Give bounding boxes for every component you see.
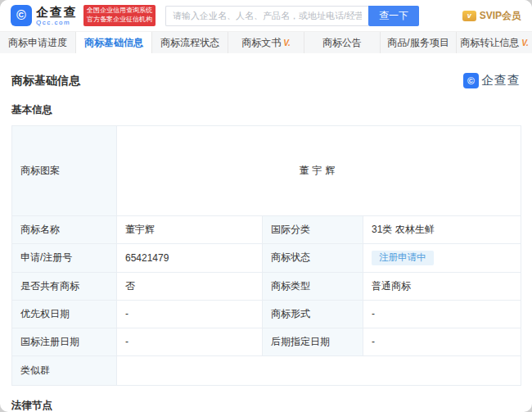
field-value: 注册申请中 xyxy=(363,244,521,273)
field-value: - xyxy=(363,300,521,328)
field-value: 65421479 xyxy=(117,244,263,273)
field-label: 是否共有商标 xyxy=(12,272,117,300)
qcc-logo[interactable]: © 企查查 Qcc.com xyxy=(11,5,78,26)
qcc-logo-icon: © xyxy=(11,5,32,26)
main-content: 商标基础信息 © 企查查 基本信息 商标图案 董宇辉 商标名称 董宇辉 国际分类… xyxy=(0,53,532,412)
watermark-logo-icon: © xyxy=(463,73,479,88)
field-label: 国际分类 xyxy=(263,216,363,244)
field-label: 商标类型 xyxy=(263,272,363,300)
vip-crown-icon: v xyxy=(462,11,476,21)
tab-goods-services[interactable]: 商品/服务项目 xyxy=(381,32,457,53)
svip-membership[interactable]: v SVIP会员 xyxy=(462,9,521,23)
search-bar: 查一下 xyxy=(165,6,419,26)
table-row: 商标图案 董宇辉 xyxy=(12,126,521,216)
table-row: 国标注册日期 - 后期指定日期 - xyxy=(12,328,521,355)
field-label: 商标形式 xyxy=(263,300,363,328)
field-value: - xyxy=(363,328,521,355)
tab-basic-info[interactable]: 商标基础信息 xyxy=(76,32,152,53)
field-label: 商标图案 xyxy=(12,126,117,216)
field-value: - xyxy=(117,328,263,355)
qcc-watermark: © 企查查 xyxy=(463,73,521,88)
table-row: 商标名称 董宇辉 国际分类 31类 农林生鲜 xyxy=(12,216,521,244)
field-label: 国标注册日期 xyxy=(12,328,117,355)
field-value: 31类 农林生鲜 xyxy=(363,216,521,244)
trademark-tabbar: 商标申请进度 商标基础信息 商标流程状态 商标文书 V. 商标公告 商品/服务项… xyxy=(0,31,532,53)
basic-info-heading: 基本信息 xyxy=(11,103,521,117)
tab-documents[interactable]: 商标文书 V. xyxy=(228,32,304,53)
tab-transfer-info[interactable]: 商标转让信息 V. xyxy=(457,32,532,53)
basic-info-table: 商标图案 董宇辉 商标名称 董宇辉 国际分类 31类 农林生鲜 申请/注册号 6… xyxy=(11,125,521,386)
credential-line-1: 全国企业信用查询系统 xyxy=(87,7,152,16)
field-label: 申请/注册号 xyxy=(12,244,117,273)
field-label: 类似群 xyxy=(12,355,117,385)
legal-node-heading: 法律节点 xyxy=(11,399,521,412)
table-row: 类似群 xyxy=(12,355,521,385)
tab-announcements[interactable]: 商标公告 xyxy=(304,32,381,53)
field-value: 否 xyxy=(117,272,263,300)
trademark-image: 董宇辉 xyxy=(117,126,521,216)
tab-application-progress[interactable]: 商标申请进度 xyxy=(0,32,76,53)
official-credential-badge: 全国企业信用查询系统 官方备案企业征信机构 xyxy=(83,5,156,26)
vip-v-icon: V. xyxy=(521,38,529,48)
watermark-text: 企查查 xyxy=(481,73,521,88)
page-card: © 企查查 Qcc.com 全国企业信用查询系统 官方备案企业征信机构 查一下 … xyxy=(0,0,532,412)
table-row: 优先权日期 - 商标形式 - xyxy=(12,300,521,328)
page-title: 商标基础信息 xyxy=(11,74,80,88)
tab-process-status[interactable]: 商标流程状态 xyxy=(152,32,228,53)
search-input[interactable] xyxy=(165,6,368,26)
qcc-brand-name: 企查查 xyxy=(36,6,78,18)
field-label: 商标状态 xyxy=(263,244,363,273)
field-value: 普通商标 xyxy=(363,272,521,300)
credential-line-2: 官方备案企业征信机构 xyxy=(87,16,152,25)
search-button[interactable]: 查一下 xyxy=(368,6,419,26)
field-value: 董宇辉 xyxy=(117,216,263,244)
field-value xyxy=(117,355,521,385)
site-header: © 企查查 Qcc.com 全国企业信用查询系统 官方备案企业征信机构 查一下 … xyxy=(0,0,532,31)
field-label: 优先权日期 xyxy=(12,300,117,328)
table-row: 是否共有商标 否 商标类型 普通商标 xyxy=(12,272,521,300)
status-badge: 注册申请中 xyxy=(372,251,434,265)
qcc-domain: Qcc.com xyxy=(36,20,78,26)
field-label: 商标名称 xyxy=(12,216,117,244)
field-value: - xyxy=(117,300,263,328)
vip-v-icon: V. xyxy=(283,38,291,48)
field-label: 后期指定日期 xyxy=(263,328,363,355)
table-row: 申请/注册号 65421479 商标状态 注册申请中 xyxy=(12,244,521,273)
svip-label: SVIP会员 xyxy=(480,9,521,23)
